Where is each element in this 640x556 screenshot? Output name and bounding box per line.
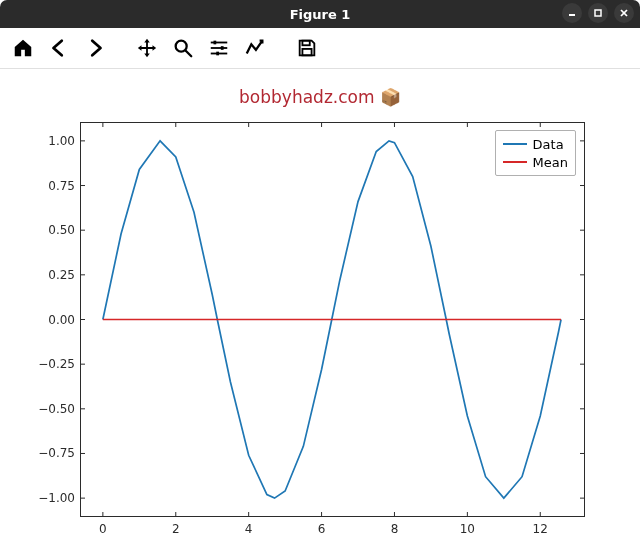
suptitle-text: bobbyhadz.com [239, 87, 374, 107]
y-tick-label: −0.75 [25, 446, 75, 460]
x-tick-label: 0 [99, 522, 107, 536]
cube-icon: 📦 [380, 87, 401, 107]
window-controls [562, 3, 634, 23]
svg-rect-7 [214, 41, 217, 45]
svg-line-5 [186, 51, 192, 57]
zoom-icon[interactable] [170, 35, 196, 61]
plot-suptitle: bobbyhadz.com 📦 [0, 87, 640, 107]
plot-svg [81, 123, 584, 516]
window-titlebar: Figure 1 [0, 0, 640, 28]
close-button[interactable] [614, 3, 634, 23]
y-tick-label: 0.50 [25, 223, 75, 237]
plot-axes: Data Mean 1.000.750.500.250.00−0.25−0.50… [80, 122, 585, 517]
svg-rect-1 [595, 10, 601, 16]
legend-entry: Data [503, 135, 568, 153]
figure-canvas[interactable]: bobbyhadz.com 📦 Data Mean 1.000.750.500.… [0, 69, 640, 556]
legend-label: Mean [533, 155, 568, 170]
x-tick-label: 10 [460, 522, 475, 536]
window-title: Figure 1 [0, 7, 640, 22]
x-tick-label: 8 [391, 522, 399, 536]
y-tick-label: −0.50 [25, 402, 75, 416]
configure-subplots-icon[interactable] [206, 35, 232, 61]
y-tick-label: 0.00 [25, 313, 75, 327]
x-tick-label: 2 [172, 522, 180, 536]
y-tick-label: 0.25 [25, 268, 75, 282]
legend-label: Data [533, 137, 564, 152]
x-tick-label: 6 [318, 522, 326, 536]
x-tick-label: 12 [533, 522, 548, 536]
legend-entry: Mean [503, 153, 568, 171]
x-tick-label: 4 [245, 522, 253, 536]
home-icon[interactable] [10, 35, 36, 61]
back-icon[interactable] [46, 35, 72, 61]
legend-swatch-data [503, 143, 527, 145]
minimize-button[interactable] [562, 3, 582, 23]
maximize-button[interactable] [588, 3, 608, 23]
matplotlib-toolbar [0, 28, 640, 69]
legend-swatch-mean [503, 161, 527, 163]
y-tick-label: 1.00 [25, 134, 75, 148]
y-tick-label: 0.75 [25, 179, 75, 193]
pan-icon[interactable] [134, 35, 160, 61]
y-tick-label: −1.00 [25, 491, 75, 505]
save-icon[interactable] [294, 35, 320, 61]
plot-legend: Data Mean [495, 130, 576, 176]
svg-rect-11 [216, 52, 219, 56]
svg-rect-13 [302, 49, 311, 55]
forward-icon[interactable] [82, 35, 108, 61]
svg-rect-12 [302, 41, 309, 46]
svg-rect-9 [221, 46, 224, 50]
y-tick-label: −0.25 [25, 357, 75, 371]
edit-axis-icon[interactable] [242, 35, 268, 61]
